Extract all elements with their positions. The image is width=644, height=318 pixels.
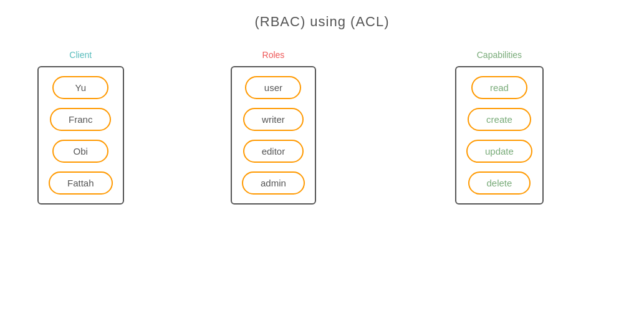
roles-box: user writer editor admin <box>231 66 316 205</box>
column-client: Client Yu Franc Obi Fattah <box>37 50 124 205</box>
node-admin: admin <box>242 171 305 195</box>
node-read: read <box>471 76 527 99</box>
roles-label: Roles <box>262 50 285 60</box>
node-editor: editor <box>243 140 304 163</box>
column-roles: Roles user writer editor admin <box>231 50 316 205</box>
node-obi: Obi <box>52 140 108 163</box>
node-fattah: Fattah <box>49 171 113 195</box>
node-franc: Franc <box>50 108 111 131</box>
client-label: Client <box>69 50 92 60</box>
caps-box: read create update delete <box>455 66 544 205</box>
node-create: create <box>468 108 531 131</box>
page-title: (RBAC) using (ACL) <box>0 0 644 30</box>
node-user: user <box>245 76 301 99</box>
column-caps: Capabilities read create update delete <box>455 50 544 205</box>
node-yu: Yu <box>52 76 108 99</box>
caps-label: Capabilities <box>477 50 522 60</box>
node-update: update <box>466 140 532 163</box>
diagram: Client Yu Franc Obi Fattah Roles user wr… <box>0 50 644 312</box>
node-writer: writer <box>243 108 304 131</box>
node-delete: delete <box>468 171 531 195</box>
client-box: Yu Franc Obi Fattah <box>37 66 124 205</box>
